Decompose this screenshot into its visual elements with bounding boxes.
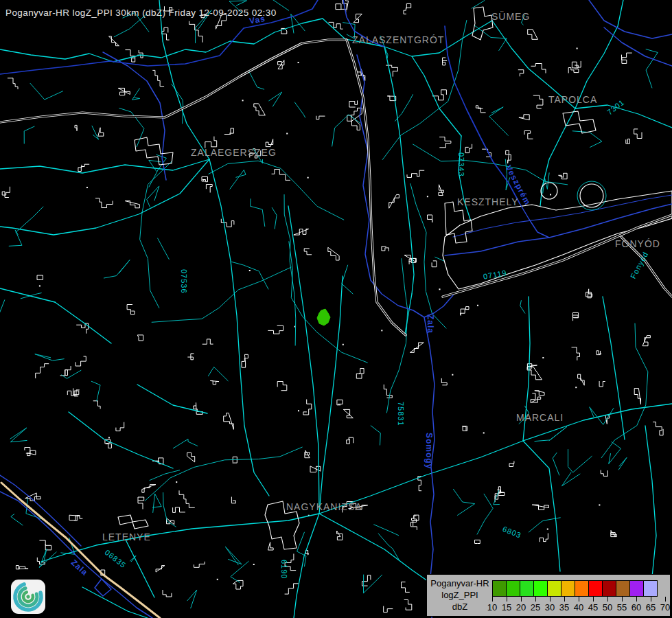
legend-cell-65 [643, 580, 658, 597]
minor-road [147, 186, 159, 207]
radar-screen: Poganyvar-HR logZ_PPI 30km (dbZ) Friday … [0, 0, 672, 618]
village-outline [116, 422, 124, 431]
village-dot [477, 305, 478, 306]
major-road [384, 21, 492, 56]
village-outline [233, 580, 243, 589]
village-outline [119, 88, 130, 95]
village-outline [559, 173, 567, 179]
lake-balaton-shoreline [443, 191, 672, 289]
legend-cell-10 [492, 580, 507, 597]
village-outline [535, 391, 544, 396]
radar-provider-logo[interactable] [11, 580, 45, 614]
village-dot [343, 344, 344, 345]
village-dot [298, 410, 299, 411]
town-outline [265, 501, 299, 549]
village-outline [25, 448, 30, 454]
village-outline [205, 137, 217, 148]
village-outline [126, 201, 140, 208]
legend-tick [665, 597, 666, 602]
village-outline [596, 351, 601, 355]
village-outline [634, 389, 640, 404]
minor-road [24, 126, 34, 144]
village-outline [586, 289, 592, 298]
village-outline [439, 185, 443, 195]
spiral-center-dot [26, 595, 31, 599]
minor-road [209, 161, 344, 220]
minor-road [187, 590, 197, 608]
village-outline [254, 104, 265, 115]
village-outline [498, 487, 505, 496]
minor-road [132, 89, 140, 100]
village-outline [285, 554, 296, 571]
village-outline [304, 249, 312, 255]
river [424, 295, 453, 317]
minor-road [30, 83, 63, 100]
village-outline [8, 78, 18, 89]
minor-road [62, 370, 81, 378]
minor-road [269, 92, 282, 106]
minor-road [535, 426, 567, 441]
legend-cell-20 [520, 580, 534, 597]
village-outline [285, 584, 298, 594]
village-outline [202, 339, 213, 344]
village-outline [224, 128, 233, 135]
village-outline [533, 505, 549, 510]
town-outline [118, 515, 148, 529]
major-road [575, 0, 623, 108]
legend-tick [535, 597, 536, 602]
village-outline [337, 531, 343, 540]
minor-road [252, 0, 289, 10]
minor-road [11, 514, 23, 525]
village-outline [578, 374, 585, 385]
minor-road [609, 442, 621, 464]
village-outline [533, 95, 543, 108]
minor-road [272, 207, 277, 229]
minor-road [149, 154, 166, 187]
legend-cell-45 [588, 580, 603, 597]
village-outline [626, 139, 630, 144]
minor-road [289, 242, 367, 363]
legend-cell-30 [547, 580, 561, 597]
river [95, 579, 111, 596]
minor-road [248, 71, 264, 89]
village-dot [542, 357, 544, 358]
legend-cell-25 [533, 580, 548, 597]
village-outline [411, 516, 417, 529]
village-outline [224, 413, 234, 430]
village-outline [69, 516, 80, 520]
legend-tick [507, 597, 507, 602]
village-outline [410, 343, 424, 353]
major-road [294, 514, 319, 618]
minor-road [208, 367, 228, 380]
village-dot [253, 564, 255, 565]
legend-tick [492, 597, 493, 602]
major-road [523, 404, 672, 441]
village-outline [568, 68, 579, 73]
village-outline [475, 540, 480, 543]
major-road [126, 540, 154, 597]
minor-road [363, 575, 382, 593]
minor-road [158, 238, 170, 259]
village-outline [163, 590, 172, 597]
village-outline [461, 307, 469, 315]
minor-road [119, 108, 144, 147]
river [589, 0, 672, 38]
village-outline [138, 50, 143, 58]
legend-tick [550, 597, 551, 602]
minor-road [294, 102, 305, 117]
village-dot [286, 133, 288, 135]
village-outline [382, 247, 389, 251]
major-road [645, 426, 656, 577]
village-outline [98, 128, 104, 136]
minor-road [378, 534, 399, 560]
legend-color-bar [492, 580, 658, 597]
minor-road [572, 131, 602, 148]
minor-road [152, 494, 161, 513]
village-outline [540, 534, 548, 542]
village-outline [37, 275, 43, 280]
legend-tick [651, 597, 651, 602]
river [424, 317, 435, 618]
village-outline [402, 582, 410, 593]
legend-cell-35 [561, 580, 575, 597]
village-outline [572, 61, 581, 68]
